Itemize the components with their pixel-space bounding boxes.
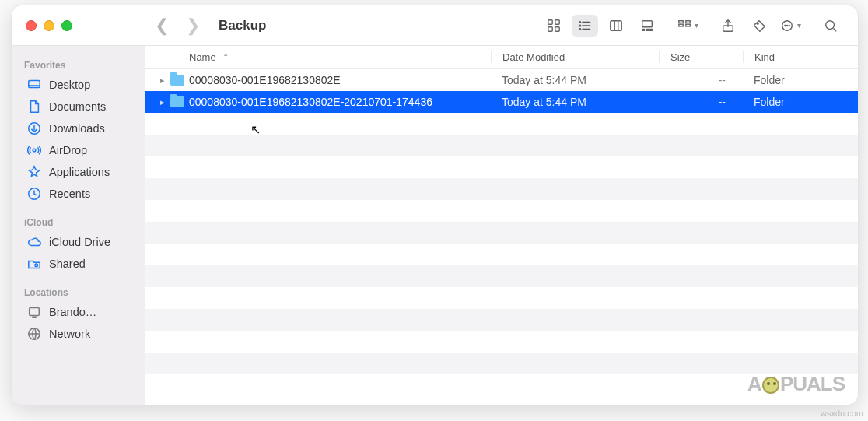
window-title: Backup [211,18,274,33]
svg-point-8 [579,25,581,26]
svg-rect-17 [678,20,682,23]
disclosure-triangle-icon[interactable]: ▸ [155,75,170,86]
sidebar-item-label: iCloud Drive [49,236,110,248]
file-date: Today at 5:44 PM [491,74,659,86]
sort-indicator-icon: ⌃ [222,53,229,61]
list-view-button[interactable] [572,15,598,37]
back-button[interactable]: ❮ [155,16,169,36]
sidebar-item-network[interactable]: Network [15,323,142,345]
group-by-button[interactable]: ▾ [674,15,701,37]
sidebar-header-icloud: iCloud [12,212,145,231]
svg-point-22 [757,23,758,24]
search-button[interactable] [817,15,844,37]
svg-point-34 [35,264,38,267]
column-header-size[interactable]: Size [659,51,743,63]
sidebar-item-shared[interactable]: Shared [15,253,142,275]
sidebar-item-desktop[interactable]: Desktop [15,74,142,96]
file-name: 00008030-001E19682130802E-20210701-17443… [189,96,491,108]
file-kind: Folder [743,74,844,86]
sidebar-item-label: Documents [49,100,106,113]
cloud-icon [27,235,41,249]
sidebar-item-label: Shared [49,258,86,270]
close-window-button[interactable] [26,20,37,31]
titlebar: ❮ ❯ Backup ▾ [12,5,858,46]
file-name: 00008030-001E19682130802E [189,74,491,86]
sidebar-item-label: Desktop [49,79,90,91]
svg-rect-15 [646,29,649,30]
svg-rect-18 [678,24,682,26]
svg-point-7 [579,21,581,23]
svg-rect-29 [29,81,40,88]
applications-icon [27,165,41,179]
sidebar-item-label: Recents [49,188,90,200]
device-icon [27,305,41,319]
nav-arrows: ❮ ❯ [144,16,211,36]
column-headers: Name ⌃ Date Modified Size Kind [145,46,858,69]
sidebar-item-label: Brando… [49,306,96,318]
disclosure-triangle-icon[interactable]: ▸ [155,97,170,107]
column-header-name[interactable]: Name ⌃ [189,51,491,63]
file-size: -- [659,74,743,86]
share-button[interactable] [715,15,741,37]
svg-point-9 [579,28,581,30]
zoom-window-button[interactable] [61,20,72,31]
icon-view-button[interactable] [541,15,567,37]
actions-menu-button[interactable]: ▾ [777,15,803,37]
svg-rect-16 [650,29,653,30]
finder-window: ❮ ❯ Backup ▾ [11,5,859,405]
sidebar-item-applications[interactable]: Applications [15,161,142,183]
sidebar-item-airdrop[interactable]: AirDrop [15,139,142,161]
svg-rect-10 [611,20,621,30]
sidebar-header-favorites: Favorites [12,55,145,74]
column-header-date[interactable]: Date Modified [491,51,659,63]
airdrop-icon [27,143,41,157]
chevron-down-icon: ▾ [695,21,698,30]
sidebar-item-label: Downloads [49,122,105,135]
gallery-view-button[interactable] [634,15,660,37]
sidebar-item-icloud-drive[interactable]: iCloud Drive [15,231,142,253]
svg-rect-2 [548,26,552,30]
sidebar-header-locations: Locations [12,282,145,301]
file-rows: ▸ 00008030-001E19682130802E Today at 5:4… [145,69,858,405]
file-list-pane: Name ⌃ Date Modified Size Kind ▸ 0000803… [145,46,858,405]
recents-icon [27,187,41,201]
svg-rect-0 [548,19,552,23]
svg-rect-35 [30,308,40,316]
window-controls [12,20,144,31]
sidebar: Favorites Desktop Documents Downloads Ai… [12,46,145,405]
sidebar-item-label: AirDrop [49,144,87,156]
sidebar-item-downloads[interactable]: Downloads [15,118,142,139]
sidebar-item-documents[interactable]: Documents [15,96,142,118]
column-view-button[interactable] [603,15,629,37]
sidebar-item-device[interactable]: Brando… [15,301,142,323]
chevron-down-icon: ▾ [797,21,801,30]
svg-rect-3 [555,26,559,30]
downloads-icon [27,121,41,135]
view-switcher [541,15,660,37]
svg-rect-14 [642,29,645,30]
column-header-kind[interactable]: Kind [743,51,844,63]
folder-icon [170,75,189,86]
svg-point-25 [786,25,787,26]
shared-icon [27,257,41,271]
sidebar-item-recents[interactable]: Recents [15,183,142,205]
file-date: Today at 5:44 PM [491,96,659,108]
svg-point-32 [33,149,36,152]
desktop-icon [27,78,41,92]
svg-rect-20 [685,24,689,26]
tags-button[interactable] [746,15,772,37]
documents-icon [27,100,41,114]
file-row[interactable]: ▸ 00008030-001E19682130802E-20210701-174… [145,91,858,113]
svg-rect-13 [642,20,653,26]
folder-icon [170,96,189,107]
forward-button[interactable]: ❯ [186,16,200,36]
svg-point-27 [826,20,835,29]
svg-rect-19 [685,20,689,23]
network-icon [27,327,41,341]
svg-line-28 [834,28,837,31]
watermark-text: wsxdn.com [821,409,863,418]
minimize-window-button[interactable] [44,20,54,31]
svg-point-26 [789,25,789,26]
file-row[interactable]: ▸ 00008030-001E19682130802E Today at 5:4… [145,69,858,91]
file-size: -- [659,96,743,108]
